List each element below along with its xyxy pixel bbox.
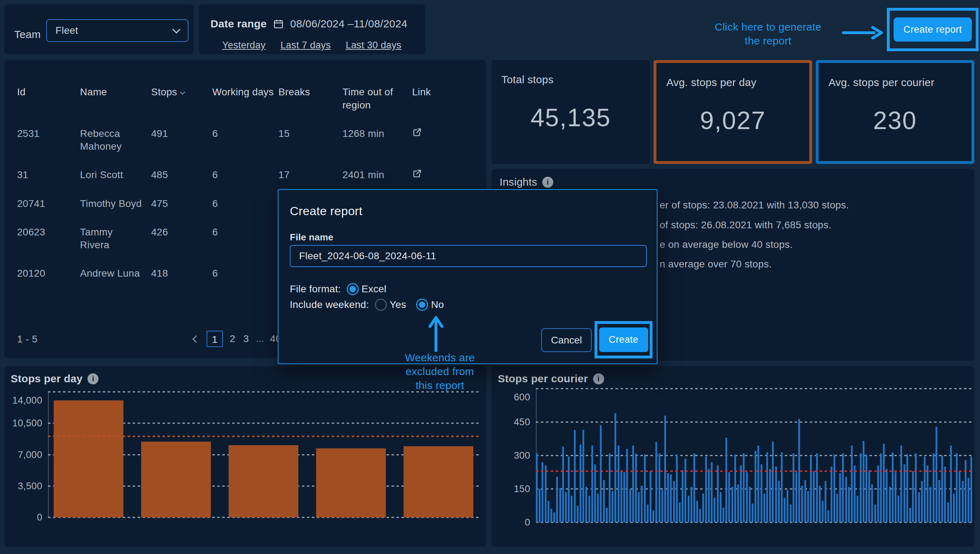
info-icon[interactable]: [593, 373, 604, 384]
insight-line: er of stops: 23.08.2021 with 13,030 stop…: [660, 199, 849, 211]
bar: [553, 513, 555, 522]
team-select[interactable]: Fleet: [46, 19, 188, 42]
bar: [404, 446, 473, 517]
sort-chevron-down-icon: [180, 89, 186, 95]
kpi-card-avg-stops-per-day: Avg. stops per day9,027: [654, 60, 812, 164]
column-header-working-days[interactable]: Working days: [212, 85, 278, 111]
y-axis-tick: 150: [514, 484, 530, 495]
bar: [722, 508, 724, 522]
bar: [947, 502, 949, 522]
bar: [673, 481, 675, 522]
stops-per-courier-panel: Stops per courier 0150300450600: [492, 366, 974, 547]
radio-label: Excel: [362, 283, 387, 295]
cell-working_days: 6: [212, 226, 278, 239]
annotation-arrow-right-icon: [841, 25, 886, 41]
stops-per-day-title: Stops per day: [11, 373, 83, 385]
column-header-name[interactable]: Name: [80, 85, 151, 111]
bar: [696, 501, 698, 522]
bar: [571, 496, 573, 522]
bar: [606, 508, 608, 522]
calendar-icon: [273, 19, 284, 29]
cell-id: 31: [17, 169, 80, 181]
table-row: 2531Rebecca Mahoney4916151268 min: [4, 127, 487, 153]
bar: [764, 494, 765, 522]
kpi-value: 45,135: [492, 103, 650, 132]
bar: [559, 488, 561, 522]
bar: [664, 416, 666, 522]
bar: [760, 464, 762, 522]
bar: [962, 481, 964, 522]
courier-dashboard: Team Fleet Date range 08/06/2024 –11/08/…: [0, 0, 980, 554]
bar: [655, 442, 657, 522]
file-format-row: File format: Excel: [290, 283, 393, 295]
team-panel: Team Fleet: [4, 4, 194, 54]
insight-line: e on average below 40 stops.: [660, 239, 792, 251]
bar: [652, 510, 654, 522]
bar: [965, 460, 966, 522]
radio-selected-icon[interactable]: [416, 299, 428, 311]
bar: [743, 454, 745, 522]
y-axis-tick: 10,500: [13, 418, 42, 429]
bar: [804, 480, 806, 522]
bar: [912, 471, 914, 522]
cell-name: Tammy Rivera: [80, 226, 151, 252]
stops-per-courier-chart: 0150300450600: [536, 388, 972, 522]
include-weekend-row: Include weekend: YesNo: [290, 299, 450, 311]
column-header-stops[interactable]: Stops: [151, 85, 212, 111]
bar: [956, 454, 958, 522]
cell-name: Andrew Luna: [80, 267, 151, 280]
column-header-link[interactable]: Link: [412, 85, 487, 111]
column-header-id[interactable]: Id: [17, 85, 80, 111]
radio-selected-icon[interactable]: [347, 283, 359, 295]
external-link-icon[interactable]: [412, 127, 422, 140]
cancel-button[interactable]: Cancel: [541, 328, 592, 352]
bar: [690, 487, 692, 522]
bar: [594, 464, 596, 522]
bar: [810, 455, 812, 522]
quick-link-last-30-days[interactable]: Last 30 days: [346, 40, 401, 51]
bar: [641, 486, 643, 522]
bar: [950, 446, 952, 522]
bar: [632, 446, 634, 522]
bar: [935, 427, 937, 522]
bar: [591, 446, 593, 522]
bar: [874, 505, 876, 522]
info-icon[interactable]: [542, 177, 553, 188]
bar: [574, 430, 576, 522]
create-report-button[interactable]: Create report: [894, 18, 972, 41]
bar: [854, 465, 856, 522]
prev-page-icon[interactable]: [192, 335, 200, 342]
date-range-value[interactable]: 08/06/2024 –11/08/2024: [290, 18, 407, 30]
cell-working_days: 6: [212, 127, 278, 140]
cell-breaks: 15: [278, 127, 342, 140]
bar: [603, 480, 605, 522]
annotation-create-note: Click here to generatethe report: [694, 20, 843, 48]
radio-option-excel: Excel: [347, 283, 387, 295]
bar: [790, 505, 792, 522]
column-header-breaks[interactable]: Breaks: [278, 85, 342, 111]
page-button-3[interactable]: 3: [242, 333, 250, 345]
page-button-2[interactable]: 2: [229, 333, 237, 345]
external-link-icon[interactable]: [412, 169, 422, 182]
column-header-time-out-of-region[interactable]: Time out of region: [342, 85, 412, 111]
cell-name: Rebecca Mahoney: [80, 127, 151, 153]
bar: [556, 477, 558, 522]
radio-unselected-icon[interactable]: [375, 299, 387, 311]
quick-link-last-7-days[interactable]: Last 7 days: [280, 40, 331, 51]
bar: [766, 452, 768, 522]
bar: [825, 481, 826, 522]
bar: [921, 481, 923, 522]
file-name-input[interactable]: [290, 245, 647, 267]
bar: [801, 486, 803, 522]
bar: [857, 496, 858, 522]
bar: [836, 494, 838, 522]
quick-link-yesterday[interactable]: Yesterday: [222, 40, 266, 51]
page-button-1[interactable]: 1: [207, 331, 223, 347]
bar: [141, 442, 211, 517]
info-icon[interactable]: [88, 373, 99, 384]
annotation-arrow-up-icon: [424, 314, 449, 353]
cell-id: 20741: [17, 197, 80, 210]
bar: [757, 446, 759, 522]
bar: [740, 465, 742, 522]
modal-create-button[interactable]: Create: [599, 328, 648, 352]
